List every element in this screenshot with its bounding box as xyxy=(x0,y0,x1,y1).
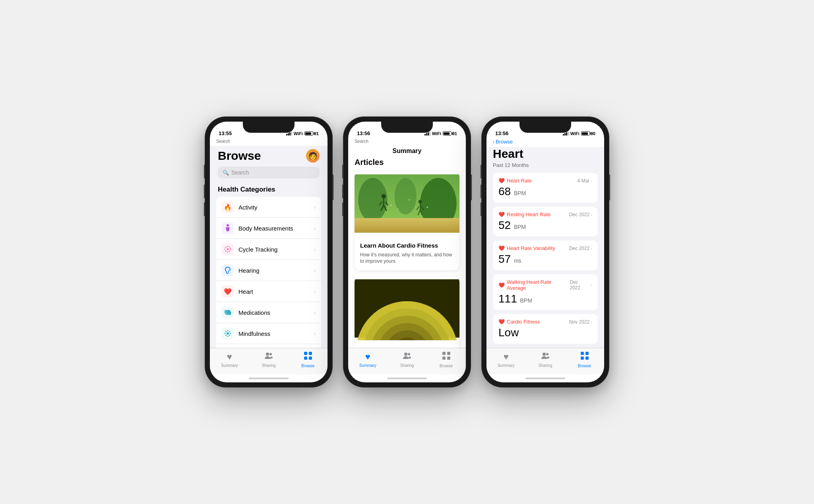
cardio-icon: ❤️ xyxy=(498,319,505,325)
heart-scroll: Heart Past 12 Months ❤️ Heart Rate 4 Mar… xyxy=(486,147,604,348)
category-hearing[interactable]: Hearing › xyxy=(216,260,321,281)
heart-rate-header: ❤️ Heart Rate 4 Mar › xyxy=(498,178,592,184)
svg-rect-55 xyxy=(585,357,589,360)
tab-browse-2[interactable]: Browse xyxy=(426,351,466,368)
status-time-2: 13:56 xyxy=(357,130,370,136)
nav-back-1[interactable]: Search xyxy=(210,138,328,146)
summary-tab-label-1: Summary xyxy=(221,363,238,368)
category-name-body: Body Measurements xyxy=(238,225,314,232)
article-cardio-title: Learn About Cardio Fitness xyxy=(360,242,454,250)
sharing-tab-label-3: Sharing xyxy=(539,363,552,368)
cardio-value: Low xyxy=(498,326,592,339)
heart-card-rate[interactable]: ❤️ Heart Rate 4 Mar › 68 BPM xyxy=(493,173,598,203)
resting-title: ❤️ Resting Heart Rate xyxy=(498,211,551,217)
battery-pct-3: 90 xyxy=(591,131,595,136)
browse-header: Browse 🧑 🔍 Search xyxy=(210,146,328,184)
article-cardio[interactable]: Learn About Cardio Fitness How it's meas… xyxy=(355,172,459,270)
chevron-hearing: › xyxy=(314,268,316,273)
hrv-value: 57 ms xyxy=(498,253,592,266)
tab-summary-2[interactable]: ♥ Summary xyxy=(348,352,388,368)
walking-date: Dec 2022 › xyxy=(570,279,592,291)
tab-summary-3[interactable]: ♥ Summary xyxy=(486,352,526,368)
tab-bar-3: ♥ Summary Sharing xyxy=(486,348,604,374)
svg-point-12 xyxy=(225,331,227,332)
summary-tab-icon-2: ♥ xyxy=(365,352,370,362)
heart-card-walking[interactable]: ❤️ Walking Heart Rate Average Dec 2022 ›… xyxy=(493,274,598,310)
battery-3: 90 xyxy=(581,131,595,136)
browse-tab-label-2: Browse xyxy=(440,364,453,368)
article-hearing[interactable]: Why Hearing Health Matters xyxy=(355,277,459,348)
svg-point-23 xyxy=(358,178,387,222)
status-icons-2: WiFi 91 xyxy=(424,131,457,136)
svg-point-13 xyxy=(229,331,230,332)
search-bar[interactable]: 🔍 Search xyxy=(218,167,320,178)
tab-sharing-1[interactable]: Sharing xyxy=(249,352,289,368)
tab-bar-2: ♥ Summary Sharing xyxy=(348,348,466,374)
notch-2 xyxy=(381,122,433,133)
summary-scroll: Articles xyxy=(348,158,466,348)
article-cardio-text: Learn About Cardio Fitness How it's meas… xyxy=(355,237,459,270)
svg-point-50 xyxy=(543,353,546,356)
sharing-tab-label-2: Sharing xyxy=(400,363,414,368)
tab-sharing-2[interactable]: Sharing xyxy=(388,352,427,368)
svg-point-17 xyxy=(269,353,272,355)
status-time-3: 13:56 xyxy=(495,130,508,136)
svg-rect-49 xyxy=(447,357,450,360)
hrv-icon: ❤️ xyxy=(498,245,505,251)
svg-point-45 xyxy=(408,353,410,355)
category-mobility[interactable]: Mobility › xyxy=(216,344,321,348)
svg-point-8 xyxy=(227,330,229,331)
category-name-hearing: Hearing xyxy=(238,267,314,274)
heart-card-resting[interactable]: ❤️ Resting Heart Rate Dec 2022 › 52 BPM xyxy=(493,207,598,236)
article-cardio-desc: How it's measured, why it matters, and h… xyxy=(360,252,454,265)
tab-bar-1: ♥ Summary Sharing xyxy=(210,348,328,374)
resting-icon: ❤️ xyxy=(498,211,505,217)
category-name-activity: Activity xyxy=(238,204,314,211)
battery-2: 91 xyxy=(443,131,457,136)
svg-point-14 xyxy=(225,335,227,336)
sharing-tab-icon-1 xyxy=(264,352,273,362)
svg-point-16 xyxy=(266,353,269,356)
category-cycle-tracking[interactable]: Cycle Tracking › xyxy=(216,239,321,260)
sharing-tab-icon-2 xyxy=(402,352,412,362)
heart-card-hrv[interactable]: ❤️ Heart Rate Variability Dec 2022 › 57 … xyxy=(493,240,598,270)
svg-rect-48 xyxy=(442,357,446,360)
chevron-body: › xyxy=(314,225,316,231)
heart-icon: ❤️ xyxy=(222,285,234,297)
browse-list: Health Categories 🔥 Activity › xyxy=(210,184,328,348)
browse-title: Browse xyxy=(218,149,261,163)
svg-rect-46 xyxy=(442,352,446,355)
category-body-measurements[interactable]: Body Measurements › xyxy=(216,218,321,239)
home-indicator-1 xyxy=(210,374,328,382)
svg-point-7 xyxy=(227,332,229,335)
chevron-heart: › xyxy=(314,289,316,295)
category-heart[interactable]: ❤️ Heart › xyxy=(216,281,321,302)
tab-sharing-3[interactable]: Sharing xyxy=(526,352,565,368)
svg-point-0 xyxy=(227,224,229,227)
tab-summary-1[interactable]: ♥ Summary xyxy=(210,352,249,368)
svg-rect-26 xyxy=(355,218,459,233)
svg-point-33 xyxy=(418,200,422,204)
browse-tab-icon-3 xyxy=(580,351,589,362)
nav-back-3[interactable]: ‹ Browse xyxy=(486,138,604,147)
home-indicator-2 xyxy=(348,374,466,382)
avatar-button[interactable]: 🧑 xyxy=(306,149,320,163)
category-medications[interactable]: Medications › xyxy=(216,302,321,323)
nav-back-2[interactable]: Search xyxy=(348,138,466,146)
summary-tab-label-2: Summary xyxy=(359,363,376,368)
hrv-date: Dec 2022 › xyxy=(569,246,592,251)
heart-rate-value: 68 BPM xyxy=(498,185,592,198)
heart-card-cardio[interactable]: ❤️ Cardio Fitness Nov 2022 › Low xyxy=(493,314,598,344)
category-mindfulness[interactable]: Mindfulness › xyxy=(216,323,321,344)
hrv-title: ❤️ Heart Rate Variability xyxy=(498,245,555,251)
browse-tab-label-1: Browse xyxy=(301,364,314,368)
category-name-heart: Heart xyxy=(238,288,314,295)
summary-screen-header: Summary xyxy=(348,146,466,158)
back-label-3: Browse xyxy=(496,139,513,145)
tab-browse-1[interactable]: Browse xyxy=(288,351,328,368)
resting-value: 52 BPM xyxy=(498,219,592,232)
chevron-activity: › xyxy=(314,204,316,210)
tab-browse-3[interactable]: Browse xyxy=(565,351,604,368)
back-label-2: Search xyxy=(355,139,368,143)
category-activity[interactable]: 🔥 Activity › xyxy=(216,197,321,218)
